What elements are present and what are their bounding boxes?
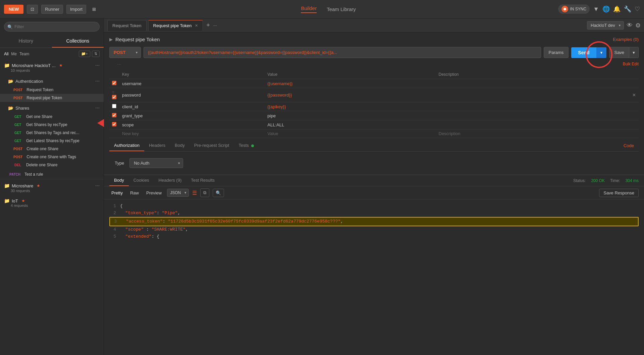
param-del-password[interactable]: ✕	[588, 88, 639, 102]
eye-button[interactable]: 👁	[627, 22, 633, 29]
folder-label-shares[interactable]: 📂 Shares ···	[0, 103, 104, 113]
request-create-share-with-tags[interactable]: POST Create one Share with Tags	[0, 153, 104, 161]
settings-button[interactable]: ⚙	[635, 22, 641, 29]
sub-tab-authorization[interactable]: Authorization	[109, 140, 144, 151]
sidebar-tab-history[interactable]: History	[0, 35, 52, 48]
sub-all[interactable]: All	[4, 52, 8, 56]
request-request-pipe-token[interactable]: POST Request pipe Token	[0, 94, 104, 102]
save-response-button[interactable]: Save Response	[599, 189, 639, 197]
folder-name-authentication: Authentication	[15, 79, 43, 84]
globe-icon[interactable]: 🌐	[602, 5, 610, 13]
save-dropdown-button[interactable]: ▼	[629, 47, 639, 58]
param-val-granttype[interactable]: pipe	[265, 111, 436, 120]
search-response-button[interactable]: 🔍	[213, 189, 224, 197]
request-area: ▶ Request pipe Token Examples (0) POST G…	[104, 33, 644, 175]
folder-shares-dots[interactable]: ···	[95, 105, 100, 111]
param-del-granttype[interactable]	[588, 111, 639, 120]
param-val-username[interactable]: {{username}}	[265, 79, 436, 88]
examples-link[interactable]: Examples (0)	[613, 37, 639, 42]
request-test-rule[interactable]: PATCH Test a rule	[0, 170, 104, 178]
request-request-token[interactable]: POST Request Token	[0, 86, 104, 94]
request-get-shares-by-tags[interactable]: GET Get Shares by Tags and rec...	[0, 129, 104, 137]
collection-more-dots[interactable]: ···	[95, 62, 100, 68]
filter-icon[interactable]: ☰	[192, 190, 197, 196]
param-check-granttype[interactable]	[112, 113, 116, 117]
tab-request-token[interactable]: Request Token	[107, 20, 147, 31]
folder-label-authentication[interactable]: 📂 Authentication ···	[0, 76, 104, 86]
collection-microshare[interactable]: 📁 Microshare ★ ··· 30 requests	[0, 180, 104, 195]
builder-tab[interactable]: Builder	[301, 5, 317, 13]
param-check-scope[interactable]	[112, 122, 116, 126]
sub-me[interactable]: Me	[11, 52, 17, 56]
layout-icon-button[interactable]: ⊡	[27, 5, 38, 14]
dropdown-button[interactable]: ▼	[593, 6, 599, 13]
expand-icon[interactable]: ▶	[109, 37, 113, 42]
request-create-one-share[interactable]: POST Create one Share	[0, 145, 104, 153]
send-button[interactable]: Send	[571, 47, 596, 58]
format-preview-button[interactable]: Preview	[144, 189, 164, 197]
folder-dots[interactable]: ···	[95, 78, 100, 84]
sub-tab-body[interactable]: Body	[170, 140, 190, 151]
close-tab-icon[interactable]: ✕	[195, 23, 198, 28]
url-input[interactable]	[144, 47, 541, 58]
code-link[interactable]: Code	[619, 140, 639, 151]
param-check-clientid[interactable]	[112, 104, 116, 108]
wrench-icon[interactable]: 🔧	[624, 5, 631, 13]
more-tabs-icon[interactable]: ···	[213, 23, 217, 28]
team-library-tab[interactable]: Team Library	[327, 6, 356, 12]
request-get-shares-by-rectype[interactable]: GET Get Shares by recType	[0, 121, 104, 129]
add-tab-button[interactable]: +	[205, 22, 212, 29]
req-name-4: Get Latest Shares by recType	[26, 138, 79, 143]
copy-response-button[interactable]: ⧉	[200, 188, 209, 197]
request-get-latest-shares[interactable]: GET Get Latest Shares by recType	[0, 137, 104, 145]
param-del-username[interactable]	[588, 79, 639, 88]
bulk-edit-button[interactable]: Bulk Edit	[623, 62, 639, 66]
new-button[interactable]: NEW	[4, 5, 23, 14]
sub-team[interactable]: Team	[19, 52, 29, 56]
collection-microshare-hackiot[interactable]: 📁 Microshare HackIoT ... ★ ··· 10 reques…	[0, 60, 104, 75]
resp-tab-body[interactable]: Body	[109, 175, 129, 186]
params-button[interactable]: Params	[544, 47, 569, 58]
request-name: Request Token	[26, 87, 53, 92]
request-delete-one-share[interactable]: DEL Delete one Share	[0, 161, 104, 169]
req-name-5: Create one Share	[26, 146, 58, 151]
sub-tab-pre-request[interactable]: Pre-request Script	[190, 140, 234, 151]
new-tab-button[interactable]: ⊞	[90, 5, 99, 13]
method-select[interactable]: POST GET PUT DELETE PATCH	[109, 47, 141, 58]
resp-tab-test-results[interactable]: Test Results	[186, 175, 219, 186]
sub-tab-tests[interactable]: Tests	[234, 140, 259, 151]
new-folder-button[interactable]: 📁+	[79, 51, 90, 57]
format-raw-button[interactable]: Raw	[128, 189, 141, 197]
param-val-new[interactable]: Value	[265, 129, 436, 138]
sidebar-tab-collections[interactable]: Collections	[52, 35, 104, 48]
env-select-input[interactable]: HackIoT dev	[587, 21, 624, 29]
param-val-password[interactable]: {{password}}	[265, 88, 436, 102]
tab-request-pipe-token[interactable]: Request pipe Token ✕	[148, 20, 203, 31]
collection-iot[interactable]: 📁 IoT ★ 4 requests	[0, 195, 104, 210]
heart-icon[interactable]: ♡	[635, 5, 640, 13]
auth-type-select[interactable]: No Auth Bearer Token Basic Auth	[129, 158, 183, 168]
request-get-one-share[interactable]: GET Get one Share	[0, 113, 104, 121]
sort-button[interactable]: ⇅	[92, 51, 100, 57]
param-key-new[interactable]: New key	[119, 129, 265, 138]
microshare-dots[interactable]: ···	[95, 183, 100, 189]
param-check-username[interactable]	[112, 81, 116, 85]
sub-tab-headers[interactable]: Headers	[144, 140, 170, 151]
resp-tab-cookies[interactable]: Cookies	[129, 175, 154, 186]
format-pretty-button[interactable]: Pretty	[109, 189, 125, 197]
bell-icon[interactable]: 🔔	[613, 5, 621, 13]
param-del-scope[interactable]	[588, 120, 639, 129]
param-check-password[interactable]	[112, 95, 116, 99]
import-button[interactable]: Import	[66, 5, 86, 14]
param-val-scope[interactable]: ALL:ALL	[265, 120, 436, 129]
send-dropdown-button[interactable]: ▼	[596, 47, 607, 58]
runner-button[interactable]: Runner	[41, 5, 63, 14]
json-select-input[interactable]: JSON XML HTML	[167, 189, 189, 197]
param-desc-new[interactable]: Description	[436, 129, 588, 138]
param-del-clientid[interactable]	[588, 102, 639, 111]
sidebar-search-input[interactable]	[4, 22, 100, 32]
save-button[interactable]: Save	[609, 47, 629, 58]
resp-tab-headers[interactable]: Headers (9)	[154, 175, 186, 186]
req-name-6: Create one Share with Tags	[26, 155, 76, 159]
param-val-clientid[interactable]: {{apikey}}	[265, 102, 436, 111]
